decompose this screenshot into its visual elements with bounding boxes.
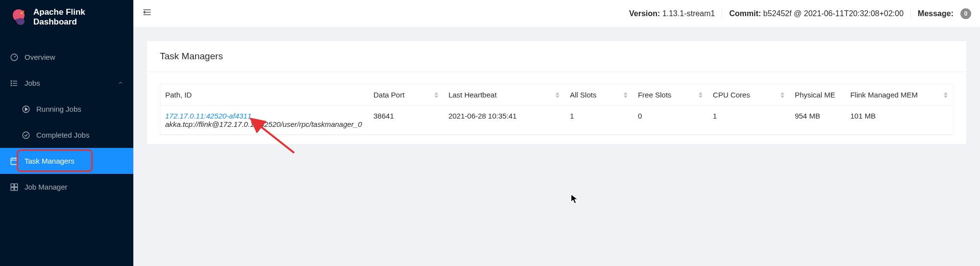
commit-info: Commit: b52452f @ 2021-06-11T20:32:08+02… (729, 9, 904, 18)
version-label: Version: (629, 9, 660, 18)
col-label: Data Port (374, 91, 404, 99)
cell-managed-mem: 101 MB (845, 106, 953, 135)
cell-free-slots: 0 (633, 106, 708, 135)
version-info: Version: 1.13.1-stream1 (629, 9, 715, 18)
sidebar-item-label: Completed Jobs (36, 131, 89, 139)
card-header: Task Managers (147, 41, 966, 72)
svg-point-5 (11, 80, 12, 81)
taskmanager-id-link[interactable]: 172.17.0.11:42520-af4311 (165, 112, 364, 120)
taskmanager-path: akka.tcp://flink@172.17.0.11:42520/user/… (165, 120, 364, 128)
col-physical-mem[interactable]: Physical ME (790, 84, 845, 106)
dashboard-icon (10, 53, 19, 62)
col-all-slots[interactable]: All Slots (565, 84, 633, 106)
sidebar-item-completed-jobs[interactable]: Completed Jobs (0, 122, 133, 148)
sidebar-item-running-jobs[interactable]: Running Jobs (0, 96, 133, 122)
col-path-id[interactable]: Path, ID (160, 84, 369, 106)
cell-data-port: 38641 (369, 106, 444, 135)
check-circle-icon (22, 131, 30, 140)
sort-icon (780, 92, 785, 98)
task-managers-table: Path, ID Data Port Last Heartbeat (160, 84, 954, 135)
svg-marker-9 (25, 108, 28, 111)
divider (910, 9, 911, 19)
col-cpu-cores[interactable]: CPU Cores (708, 84, 790, 106)
sidebar-item-overview[interactable]: Overview (0, 44, 133, 70)
table-row[interactable]: 172.17.0.11:42520-af4311 akka.tcp://flin… (160, 106, 953, 135)
cell-cpu-cores: 1 (708, 106, 790, 135)
sidebar-item-label: Job Manager (25, 183, 68, 191)
content: Task Managers (133, 27, 980, 158)
col-label: Free Slots (638, 91, 671, 99)
svg-rect-18 (15, 187, 18, 190)
sidebar-item-label: Task Managers (25, 157, 75, 165)
message-count-badge[interactable]: 0 (960, 8, 971, 19)
cell-path-id: 172.17.0.11:42520-af4311 akka.tcp://flin… (160, 106, 369, 135)
col-label: Path, ID (165, 91, 192, 99)
brand-title: Apache Flink Dashboard (33, 7, 124, 27)
page-title: Task Managers (160, 51, 954, 62)
sort-icon (943, 92, 948, 98)
svg-rect-16 (15, 184, 18, 187)
col-label: Physical ME (795, 91, 835, 99)
sidebar: Apache Flink Dashboard Overview Jobs (0, 0, 133, 266)
flink-logo-icon (10, 8, 27, 26)
sort-icon (555, 92, 560, 98)
sort-icon (698, 92, 703, 98)
sidebar-item-label: Jobs (25, 79, 40, 87)
sidebar-item-task-managers[interactable]: Task Managers (0, 148, 133, 174)
message-label: Message: (918, 9, 954, 18)
topbar: Version: 1.13.1-stream1 Commit: b52452f … (133, 0, 980, 27)
version-value: 1.13.1-stream1 (662, 9, 715, 18)
sort-icon (623, 92, 628, 98)
svg-point-7 (11, 85, 12, 86)
cell-all-slots: 1 (565, 106, 633, 135)
main: Version: 1.13.1-stream1 Commit: b52452f … (133, 0, 980, 266)
build-icon (10, 183, 19, 192)
chevron-up-icon (118, 79, 124, 87)
svg-rect-15 (11, 184, 14, 187)
sort-icon (434, 92, 439, 98)
sidebar-item-label: Running Jobs (36, 105, 81, 113)
col-label: CPU Cores (713, 91, 750, 99)
svg-point-0 (21, 12, 23, 14)
sidebar-item-jobs[interactable]: Jobs (0, 70, 133, 96)
commit-value: b52452f @ 2021-06-11T20:32:08+02:00 (763, 9, 904, 18)
menu-fold-icon[interactable] (142, 7, 152, 20)
schedule-icon (10, 157, 19, 166)
svg-point-6 (11, 83, 12, 84)
sidebar-item-job-manager[interactable]: Job Manager (0, 174, 133, 200)
col-data-port[interactable]: Data Port (369, 84, 444, 106)
col-label: Last Heartbeat (449, 91, 497, 99)
svg-rect-17 (11, 187, 14, 190)
cell-physical-mem: 954 MB (790, 106, 845, 135)
svg-point-10 (23, 132, 29, 139)
task-managers-card: Task Managers (147, 41, 966, 144)
col-label: All Slots (570, 91, 596, 99)
sidebar-header: Apache Flink Dashboard (0, 0, 133, 34)
col-free-slots[interactable]: Free Slots (633, 84, 708, 106)
message-info: Message: (918, 9, 954, 18)
divider (722, 9, 722, 19)
sidebar-item-label: Overview (25, 53, 55, 61)
topbar-meta: Version: 1.13.1-stream1 Commit: b52452f … (629, 8, 971, 19)
commit-label: Commit: (729, 9, 761, 18)
cell-last-heartbeat: 2021-06-28 10:35:41 (444, 106, 565, 135)
col-label: Flink Managed MEM (850, 91, 918, 99)
card-body: Path, ID Data Port Last Heartbeat (147, 72, 966, 144)
play-circle-icon (22, 105, 30, 114)
svg-rect-11 (11, 158, 18, 165)
nav-menu: Overview Jobs Running Jobs (0, 44, 133, 200)
col-managed-mem[interactable]: Flink Managed MEM (845, 84, 953, 106)
col-last-heartbeat[interactable]: Last Heartbeat (444, 84, 565, 106)
list-icon (10, 79, 19, 88)
